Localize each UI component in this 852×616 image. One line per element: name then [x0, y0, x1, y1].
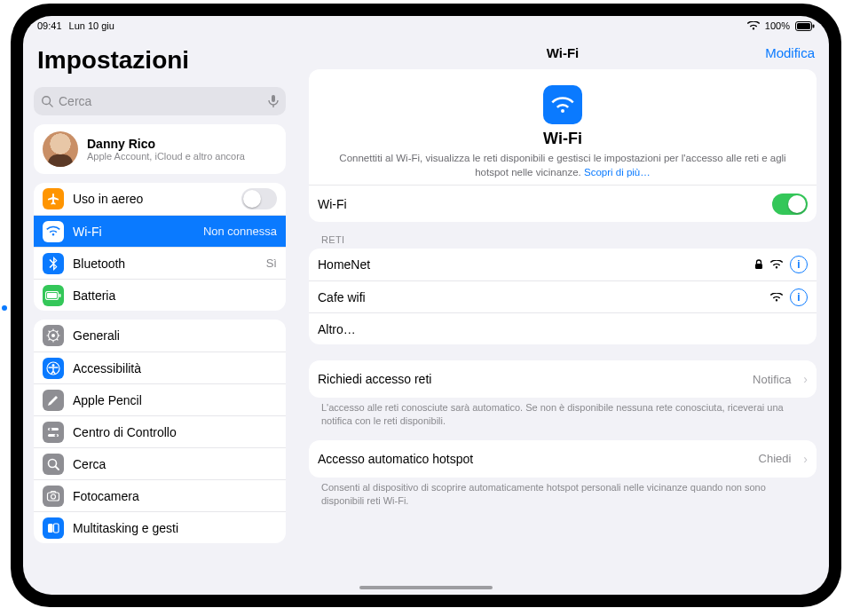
svg-line-17: [57, 339, 58, 340]
search-input[interactable]: Cerca: [34, 87, 286, 115]
sidebar-item-multitask[interactable]: Multitasking e gesti: [34, 511, 286, 543]
general-label: Generali: [73, 328, 120, 343]
wifi-label: Wi-Fi: [73, 225, 102, 239]
accessibility-icon: [43, 358, 64, 379]
sidebar-item-pencil[interactable]: Apple Pencil: [34, 383, 286, 415]
svg-line-19: [57, 331, 58, 332]
auto-hotspot-label: Accesso automatico hotspot: [318, 452, 473, 466]
ask-join-value: Notifica: [753, 373, 791, 386]
svg-rect-28: [48, 493, 59, 501]
network-info-button[interactable]: i: [790, 288, 808, 306]
search-label: Cerca: [73, 457, 106, 471]
airplane-toggle[interactable]: [241, 188, 277, 209]
wifi-value: Non connessa: [203, 225, 277, 238]
svg-rect-30: [48, 524, 53, 533]
mic-icon[interactable]: [268, 94, 279, 108]
svg-rect-9: [59, 294, 61, 297]
wifi-master-row[interactable]: Wi-Fi: [309, 185, 816, 222]
svg-line-18: [49, 339, 50, 340]
sidebar-item-control-center[interactable]: Centro di Controllo: [34, 415, 286, 447]
status-time: 09:41: [37, 20, 62, 31]
ask-to-join-row[interactable]: Richiedi accesso reti Notifica ›: [309, 360, 816, 398]
wifi-toggle[interactable]: [772, 193, 808, 215]
search-app-icon: [43, 454, 64, 475]
airplane-icon: [43, 188, 64, 209]
svg-line-4: [50, 104, 53, 107]
ask-join-footer: L'accesso alle reti conosciute sarà auto…: [309, 398, 816, 428]
sidebar-item-wifi[interactable]: Wi-Fi Non connessa: [34, 215, 286, 247]
detail-pane: Wi-Fi Modifica Wi-Fi Connettiti al Wi-Fi…: [296, 36, 829, 595]
settings-sidebar: Impostazioni Cerca Danny Rico Apple Acco…: [23, 36, 296, 595]
pencil-label: Apple Pencil: [73, 393, 142, 407]
wifi-signal-icon: [770, 293, 783, 302]
bluetooth-label: Bluetooth: [73, 257, 125, 271]
accessibility-label: Accessibilità: [73, 361, 141, 375]
camera-label: Fotocamera: [73, 489, 139, 503]
wifi-signal-icon: [770, 260, 783, 269]
gear-icon: [43, 325, 64, 346]
battery-icon: [795, 21, 815, 31]
auto-hotspot-footer: Consenti al dispositivo di scoprire auto…: [309, 478, 816, 508]
networks-header: Reti: [309, 222, 816, 249]
sidebar-item-accessibility[interactable]: Accessibilità: [34, 351, 286, 383]
sidebar-item-general[interactable]: Generali: [34, 320, 286, 351]
airplane-label: Uso in aereo: [73, 192, 143, 206]
system-group: Generali Accessibilità Apple Pencil: [34, 320, 286, 543]
svg-rect-32: [755, 264, 762, 269]
status-date: Lun 10 giu: [69, 20, 114, 31]
bluetooth-icon: [43, 253, 64, 274]
home-indicator: [359, 586, 493, 589]
lock-icon: [754, 259, 763, 270]
sidebar-item-search[interactable]: Cerca: [34, 447, 286, 479]
edit-button[interactable]: Modifica: [765, 45, 815, 60]
status-bar: 09:41 Lun 10 giu 100%: [23, 16, 829, 36]
battery-percent: 100%: [765, 20, 790, 31]
svg-point-29: [51, 494, 56, 499]
network-row[interactable]: Cafe wifi i: [309, 280, 816, 312]
auto-hotspot-card: Accesso automatico hotspot Chiedi ›: [309, 440, 816, 478]
chevron-right-icon: ›: [800, 452, 808, 466]
svg-line-27: [56, 466, 59, 470]
svg-point-25: [55, 434, 58, 437]
network-name: Cafe wifi: [318, 290, 366, 304]
connectivity-group: Uso in aereo Wi-Fi Non connessa: [34, 183, 286, 311]
svg-rect-1: [797, 23, 810, 29]
learn-more-link[interactable]: Scopri di più…: [584, 167, 651, 178]
hero-text: Connettiti al Wi-Fi, visualizza le reti …: [339, 153, 785, 178]
network-info-button[interactable]: i: [790, 256, 808, 273]
wifi-hero-icon: [543, 85, 582, 124]
multitask-icon: [43, 517, 64, 539]
battery-label: Batteria: [73, 288, 115, 303]
auto-hotspot-row[interactable]: Accesso automatico hotspot Chiedi ›: [309, 440, 816, 478]
svg-rect-5: [272, 95, 275, 102]
wifi-icon: [43, 221, 64, 242]
wifi-row-label: Wi-Fi: [318, 197, 347, 211]
ask-join-label: Richiedi accesso reti: [318, 372, 431, 386]
account-name: Danny Rico: [87, 137, 245, 151]
svg-point-11: [51, 334, 55, 337]
svg-rect-2: [813, 24, 815, 28]
sidebar-item-battery[interactable]: Batteria: [34, 279, 286, 311]
networks-list: HomeNet i Cafe wifi: [309, 249, 816, 344]
side-indicator-dot: [2, 305, 7, 311]
sidebar-item-camera[interactable]: Fotocamera: [34, 479, 286, 511]
hero-title: Wi-Fi: [327, 130, 799, 148]
svg-line-16: [49, 331, 50, 332]
other-network-row[interactable]: Altro…: [309, 312, 816, 344]
auto-hotspot-value: Chiedi: [759, 452, 792, 465]
battery-icon-app: [43, 285, 64, 306]
other-label: Altro…: [318, 322, 356, 336]
bluetooth-value: Sì: [266, 257, 277, 270]
network-row[interactable]: HomeNet i: [309, 249, 816, 280]
svg-point-21: [52, 364, 55, 367]
account-card[interactable]: Danny Rico Apple Account, iCloud e altro…: [34, 124, 286, 174]
wifi-hero-card: Wi-Fi Connettiti al Wi-Fi, visualizza le…: [309, 69, 816, 222]
sidebar-item-airplane[interactable]: Uso in aereo: [34, 183, 286, 215]
pencil-icon: [43, 390, 64, 411]
control-center-icon: [43, 422, 64, 443]
svg-point-24: [50, 428, 52, 430]
sidebar-item-bluetooth[interactable]: Bluetooth Sì: [34, 247, 286, 279]
network-name: HomeNet: [318, 257, 370, 272]
nav-title: Wi-Fi: [547, 45, 580, 60]
wifi-status-icon: [747, 21, 760, 30]
